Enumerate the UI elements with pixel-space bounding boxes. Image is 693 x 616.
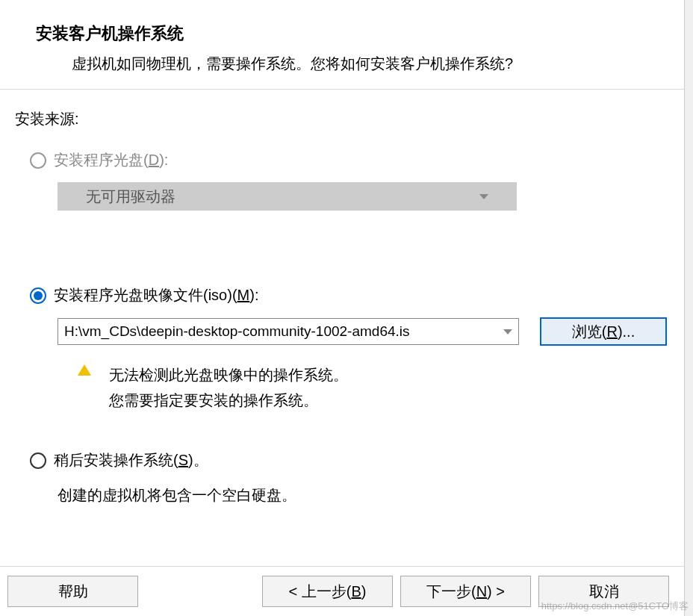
back-button[interactable]: < 上一步(B) bbox=[262, 576, 393, 607]
drive-select-text: 无可用驱动器 bbox=[86, 187, 175, 207]
right-edge-scrollbar bbox=[684, 0, 693, 616]
iso-warning: 无法检测此光盘映像中的操作系统。 您需要指定要安装的操作系统。 bbox=[78, 362, 669, 413]
radio-iso-label: 安装程序光盘映像文件(iso)(M): bbox=[54, 285, 258, 305]
header-title: 安装客户机操作系统 bbox=[36, 22, 648, 45]
option-installer-disc: 安装程序光盘(D): 无可用驱动器 bbox=[30, 150, 669, 211]
radio-row-iso[interactable]: 安装程序光盘映像文件(iso)(M): bbox=[30, 285, 669, 305]
drive-select: 无可用驱动器 bbox=[58, 182, 517, 211]
iso-path-combobox[interactable]: H:\vm_CDs\deepin-desktop-community-1002-… bbox=[58, 318, 519, 345]
new-vm-wizard-dialog: 安装客户机操作系统 虚拟机如同物理机，需要操作系统。您将如何安装客户机操作系统?… bbox=[0, 0, 684, 616]
dialog-content: 安装来源: 安装程序光盘(D): 无可用驱动器 安装 bbox=[0, 90, 684, 505]
radio-iso[interactable] bbox=[30, 287, 46, 304]
radio-row-disc[interactable]: 安装程序光盘(D): bbox=[30, 150, 669, 170]
radio-later-label: 稍后安装操作系统(S)。 bbox=[54, 450, 208, 470]
chevron-down-icon bbox=[479, 194, 488, 199]
iso-row: H:\vm_CDs\deepin-desktop-community-1002-… bbox=[58, 317, 669, 346]
next-button[interactable]: 下一步(N) > bbox=[400, 576, 531, 607]
radio-disc-label: 安装程序光盘(D): bbox=[54, 150, 168, 170]
install-source-label: 安装来源: bbox=[15, 109, 669, 129]
warning-icon bbox=[78, 364, 91, 376]
radio-disc[interactable] bbox=[30, 152, 46, 169]
watermark: https://blog.csdn.net@51CTO博客 bbox=[541, 600, 689, 613]
dialog-header: 安装客户机操作系统 虚拟机如同物理机，需要操作系统。您将如何安装客户机操作系统? bbox=[0, 0, 684, 90]
chevron-down-icon[interactable] bbox=[503, 329, 512, 335]
iso-path-value: H:\vm_CDs\deepin-desktop-community-1002-… bbox=[64, 323, 410, 340]
radio-later[interactable] bbox=[30, 452, 46, 469]
install-source-options: 安装程序光盘(D): 无可用驱动器 安装程序光盘映像文件(iso)(M): bbox=[30, 150, 669, 505]
help-button[interactable]: 帮助 bbox=[7, 576, 138, 607]
option-install-later: 稍后安装操作系统(S)。 创建的虚拟机将包含一个空白硬盘。 bbox=[30, 450, 669, 505]
radio-row-later[interactable]: 稍后安装操作系统(S)。 bbox=[30, 450, 669, 470]
install-later-desc: 创建的虚拟机将包含一个空白硬盘。 bbox=[58, 485, 669, 505]
header-description: 虚拟机如同物理机，需要操作系统。您将如何安装客户机操作系统? bbox=[72, 54, 648, 74]
iso-warning-text: 无法检测此光盘映像中的操作系统。 您需要指定要安装的操作系统。 bbox=[109, 362, 348, 413]
option-iso-file: 安装程序光盘映像文件(iso)(M): H:\vm_CDs\deepin-des… bbox=[30, 285, 669, 413]
browse-button[interactable]: 浏览(R)... bbox=[540, 317, 667, 346]
